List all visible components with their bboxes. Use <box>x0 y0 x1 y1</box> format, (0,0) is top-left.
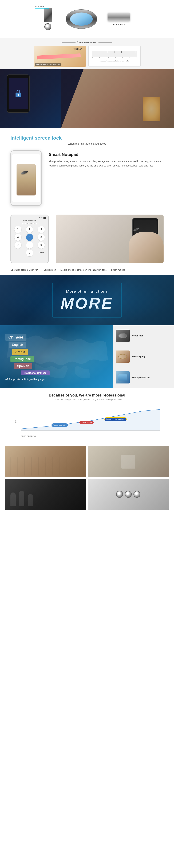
key-0[interactable]: 0 <box>26 249 33 256</box>
section-passcode: 80% ▌▌▌ Enter Passcode 1 2 3 4 5 6 7 8 9… <box>0 211 174 267</box>
screenlock-subtitle: When the ring touches, it unlocks <box>10 142 164 145</box>
measurement-strip-image: Tighten Mark the center of a strip with … <box>33 46 86 67</box>
svg-marker-8 <box>21 409 160 430</box>
key-6[interactable]: 6 <box>38 234 45 241</box>
hero-phone <box>7 74 30 113</box>
lang-english: English <box>9 342 26 348</box>
hand-shape <box>129 232 164 263</box>
waterproof-image <box>116 371 130 383</box>
section-factory <box>0 444 174 513</box>
factory-img-4 <box>88 478 169 510</box>
tighten-label: Tighten <box>73 48 82 50</box>
section-languages: Chinese English Arabic Portuguese Spanis… <box>0 325 174 388</box>
key-8[interactable]: 8 <box>26 242 33 249</box>
dot-4 <box>30 223 32 224</box>
hand-phone-image <box>56 215 164 263</box>
thick-label: thick 1.7mm <box>113 23 125 26</box>
dot-6 <box>36 223 37 224</box>
section-measurement: Size measurement Tighten Mark the center… <box>0 38 174 69</box>
status-bar: 80% ▌▌▌ <box>13 217 47 219</box>
factory-grid <box>5 446 169 510</box>
key-2[interactable]: 2 <box>26 226 33 233</box>
dot-1 <box>22 223 23 224</box>
factory-img-3 <box>5 478 86 510</box>
passcode-keypad: 1 2 3 4 5 6 7 8 9 0 Delete <box>13 226 47 256</box>
feature-waterproof: Waterproof in life <box>113 367 174 388</box>
dot-3 <box>27 223 29 224</box>
prof-title: Because of you, we are more professional <box>10 393 164 398</box>
section-screenlock: Intelligent screen lock When the ring to… <box>0 128 174 211</box>
operation-steps: Operation steps：Open APP——Lock screen——M… <box>0 267 174 275</box>
mark-label: Mark the center of a strip with a pen <box>35 63 61 66</box>
measure-label: Measure the distance between two marks <box>100 60 129 62</box>
key-5[interactable]: 5 <box>26 234 33 241</box>
lang-portuguese: Portuguese <box>10 356 34 362</box>
svg-point-1 <box>70 12 93 26</box>
notepad-content: Smart Notepad Things to be done, account… <box>49 150 164 168</box>
never-rust-label: Never rust <box>132 334 143 337</box>
hero-lamp <box>143 97 160 121</box>
measurement-ruler-image: 0 1cm 2 3 4 5 6 Measure the distance bet… <box>89 46 141 67</box>
lang-traditional-chinese: Traditional Chinese <box>21 370 50 375</box>
lang-spanish: Spanish <box>14 363 32 369</box>
charging-image <box>116 350 130 363</box>
hero-phone-screen <box>9 78 28 109</box>
factory-img-2 <box>88 446 169 477</box>
features-section: Never rust No charging Waterproof in lif… <box>113 325 174 388</box>
section-dimensions: wide 9mm <box>0 0 174 38</box>
language-section: Chinese English Arabic Portuguese Spanis… <box>0 325 113 388</box>
passcode-prompt: Enter Passcode <box>13 219 47 221</box>
ring-top-view <box>44 23 51 30</box>
key-9[interactable]: 9 <box>38 242 45 249</box>
language-tags: Chinese English Arabic Portuguese Spanis… <box>5 331 108 375</box>
chart-y-label: 销量 <box>15 420 17 424</box>
screenlock-title: Intelligent screen lock <box>10 135 164 141</box>
wide-label: wide 9mm <box>35 5 45 8</box>
ring-side-view <box>44 8 52 22</box>
chart-area: Reasonable price Quality service Refusin… <box>21 408 160 432</box>
no-charging-label: No charging <box>132 355 145 358</box>
screenlock-phone <box>10 150 42 206</box>
passcode-dots <box>13 223 47 224</box>
ring-main-image <box>64 7 99 31</box>
dot-5 <box>33 223 34 224</box>
prof-subtitle: I believe this strength of the brand, be… <box>10 398 164 401</box>
lang-bottom-label: APP supports multi lingual languages <box>5 378 108 381</box>
notepad-title: Smart Notepad <box>49 152 164 157</box>
key-4[interactable]: 4 <box>15 234 21 241</box>
lang-arabic: Arabic <box>12 349 28 355</box>
seko-label: SEKO CLIPPING <box>21 435 36 437</box>
feature-never-rust: Never rust <box>113 325 174 346</box>
ring-flat-view <box>107 13 130 21</box>
delete-key[interactable]: Delete <box>36 249 47 256</box>
factory-img-1 <box>5 446 86 477</box>
prof-chart: 销量 Reasonable price Quality service Refu… <box>10 404 164 439</box>
key-7[interactable]: 7 <box>15 242 21 249</box>
key-3[interactable]: 3 <box>38 226 45 233</box>
hero-section <box>0 69 174 128</box>
notepad-text: Things to be done, account passwords, di… <box>49 159 164 168</box>
dot-2 <box>25 223 26 224</box>
lock-icon <box>14 88 23 99</box>
phone-screen <box>12 154 40 203</box>
waterproof-label: Waterproof in life <box>132 376 150 379</box>
passcode-phone: 80% ▌▌▌ Enter Passcode 1 2 3 4 5 6 7 8 9… <box>10 215 49 263</box>
section-professional: Because of you, we are more professional… <box>0 388 174 444</box>
key-1[interactable]: 1 <box>15 226 21 233</box>
measurement-title: Size measurement <box>77 41 97 44</box>
ruler <box>92 51 137 57</box>
section-more: More other functions MORE <box>0 275 174 325</box>
lang-chinese: Chinese <box>5 334 26 341</box>
svg-rect-5 <box>18 95 19 96</box>
rust-image <box>116 330 130 342</box>
feature-no-charging: No charging <box>113 346 174 367</box>
